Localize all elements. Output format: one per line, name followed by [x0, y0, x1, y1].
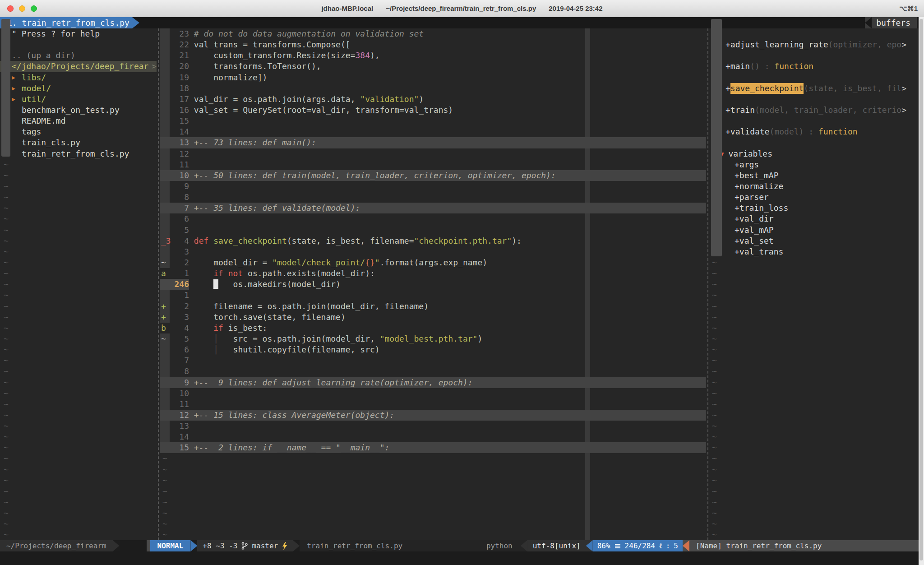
scroll-percent: 86% — [597, 542, 610, 550]
tag-entry-variable[interactable]: +val_set — [709, 236, 919, 246]
tree-item-directory[interactable]: ▶util/ — [0, 94, 157, 105]
tag-entry-function[interactable]: +adjust_learning_rate(optimizer, epo> — [709, 39, 919, 50]
code-line[interactable]: 8 — [160, 192, 706, 203]
empty-line-tilde: ~ — [0, 170, 157, 181]
folded-code-line[interactable]: 15+-- 2 lines: if __name__ == "__main__"… — [160, 442, 706, 453]
tree-item-file[interactable]: train_retr_from_cls.py — [0, 148, 157, 159]
tab-train-retr-from-cls[interactable]: 1. train_retr_from_cls.py — [0, 17, 132, 28]
folder-arrow-icon[interactable]: ▶ — [12, 94, 22, 105]
tag-entry-variable[interactable]: +val_mAP — [709, 225, 919, 236]
code-line[interactable]: 20 transforms.ToTensor(), — [160, 61, 706, 72]
zoom-button[interactable] — [31, 5, 37, 12]
code-line[interactable]: 23# do not do data augmentation on valid… — [160, 28, 706, 39]
code-line[interactable]: 10 — [160, 388, 706, 399]
tree-item-file[interactable]: README.md — [0, 116, 157, 126]
tagbar-blank-line — [709, 50, 919, 61]
folded-code-line[interactable]: 7+-- 35 lines: def validate(model): — [160, 203, 706, 213]
nerdtree-scrollbar[interactable] — [1, 19, 10, 157]
statusbar-sliver — [147, 540, 150, 551]
code-line[interactable]: 8 — [160, 366, 706, 377]
minimize-button[interactable] — [19, 5, 25, 12]
tree-item-file[interactable]: train_cls.py — [0, 137, 157, 148]
window-separator-right[interactable] — [706, 28, 709, 540]
code-line[interactable]: 7 — [160, 355, 706, 366]
empty-line-tilde: ~ — [0, 486, 157, 497]
folded-code-line[interactable]: 9+-- 9 lines: def adjust_learning_rate(o… — [160, 377, 706, 388]
titlebar[interactable]: jdhao-MBP.local ~/Projects/deep_firearm/… — [0, 0, 924, 17]
folded-code-line[interactable]: 13+-- 73 lines: def main(): — [160, 137, 706, 148]
tree-item[interactable]: </jdhao/Projects/deep_firear> — [0, 61, 157, 72]
tag-entry-variable[interactable]: +train_loss — [709, 203, 919, 213]
line-number-icon — [615, 546, 620, 546]
tag-entry-variable[interactable]: +normalize — [709, 181, 919, 192]
tree-item-directory[interactable]: ▶model/ — [0, 83, 157, 94]
tree-item[interactable]: " Press ? for help — [0, 28, 157, 39]
buffers-chip[interactable]: buffers — [865, 17, 917, 28]
code-line[interactable]: _34def save_checkpoint(state, is_best, f… — [160, 236, 706, 246]
empty-line-tilde: ~ — [0, 475, 157, 486]
tag-entry-variable[interactable]: +val_trans — [709, 246, 919, 257]
code-line[interactable]: 3 — [160, 246, 706, 257]
tree-item[interactable] — [0, 39, 157, 50]
tag-entry-variable[interactable]: +args — [709, 159, 919, 170]
code-line[interactable]: 16val_set = QuerySet(root=val_dir, trans… — [160, 105, 706, 116]
code-line[interactable]: a1 if not os.path.exists(model_dir): — [160, 268, 706, 279]
code-line[interactable]: 19 normalize]) — [160, 72, 706, 83]
code-line[interactable]: ~2 model_dir = "model/check_point/{}".fo… — [160, 257, 706, 268]
empty-line-tilde: ~ — [0, 225, 157, 236]
empty-line-tilde: ~ — [709, 355, 919, 366]
tag-entry-function[interactable]: +train(model, train_loader, criterio> — [709, 105, 919, 116]
code-line[interactable]: 14 — [160, 126, 706, 137]
code-line[interactable]: 6 │ shutil.copyfile(filename, src) — [160, 344, 706, 355]
code-line[interactable]: 17val_dir = os.path.join(args.data, "val… — [160, 94, 706, 105]
code-line[interactable]: +3 torch.save(state, filename) — [160, 312, 706, 323]
statusbar: ~/Projects/deep_firearm NORMAL +8 ~3 -3 … — [0, 540, 924, 551]
folded-code-line[interactable]: 10+-- 50 lines: def train(model, train_l… — [160, 170, 706, 181]
code-line[interactable]: 9 — [160, 181, 706, 192]
tagbar-kind-header[interactable]: ▼variables — [709, 148, 919, 159]
tag-entry-function[interactable]: +validate(model) : function — [709, 126, 919, 137]
folder-arrow-icon[interactable]: ▶ — [12, 72, 22, 83]
empty-line-tilde: ~ — [160, 529, 706, 540]
code-line[interactable]: 12 — [160, 148, 706, 159]
code-line[interactable]: 1 — [160, 290, 706, 301]
code-line[interactable]: 6 — [160, 213, 706, 224]
tag-entry-variable[interactable]: +parser — [709, 192, 919, 203]
code-line[interactable]: b4 if is_best: — [160, 323, 706, 333]
tree-item-file[interactable]: benchmark_on_test.py — [0, 105, 157, 116]
code-line[interactable]: 18 — [160, 83, 706, 94]
tag-entry-function[interactable]: +save_checkpoint(state, is_best, fil> — [709, 83, 919, 94]
git-branch-name: master — [252, 542, 278, 550]
tag-entry-variable[interactable]: +val_dir — [709, 213, 919, 224]
command-line[interactable] — [0, 551, 924, 565]
code-line[interactable]: 15 — [160, 116, 706, 126]
code-line[interactable]: +2 filename = os.path.join(model_dir, fi… — [160, 301, 706, 312]
empty-line-tilde: ~ — [0, 312, 157, 323]
close-button[interactable] — [7, 5, 14, 12]
mode-indicator: NORMAL — [157, 542, 184, 550]
tree-item-directory[interactable]: ▶libs/ — [0, 72, 157, 83]
tree-item-file[interactable]: tags — [0, 126, 157, 137]
macos-scrollbar-thumb[interactable] — [919, 19, 923, 560]
empty-line-tilde: ~ — [709, 333, 919, 344]
code-line[interactable]: 11 — [160, 399, 706, 410]
tagbar-scrollbar[interactable] — [711, 19, 722, 256]
code-line[interactable]: 13 — [160, 421, 706, 431]
code-line[interactable]: 246 os.makedirs(model_dir) — [160, 279, 706, 290]
folder-arrow-icon[interactable]: ▶ — [12, 83, 22, 94]
tagbar-blank-line — [709, 137, 919, 148]
code-line[interactable]: 22val_trans = transforms.Compose([ — [160, 39, 706, 50]
folded-code-line[interactable]: 12+-- 15 lines: class AverageMeter(objec… — [160, 410, 706, 421]
code-line[interactable]: 5 — [160, 225, 706, 236]
empty-line-tilde: ~ — [709, 421, 919, 431]
tag-entry-variable[interactable]: +best_mAP — [709, 170, 919, 181]
empty-line-tilde: ~ — [0, 431, 157, 442]
code-line[interactable]: ~5 │ src = os.path.join(model_dir, "mode… — [160, 333, 706, 344]
code-line[interactable]: 11 — [160, 159, 706, 170]
tag-entry-function[interactable]: +main() : function — [709, 61, 919, 72]
cursor-position: 246/284 — [625, 542, 655, 550]
code-line[interactable]: 21 custom_transform.Resize(size=384), — [160, 50, 706, 61]
tree-item[interactable]: .. (up a dir) — [0, 50, 157, 61]
code-line[interactable]: 14 — [160, 431, 706, 442]
window-separator-left[interactable] — [157, 28, 160, 540]
